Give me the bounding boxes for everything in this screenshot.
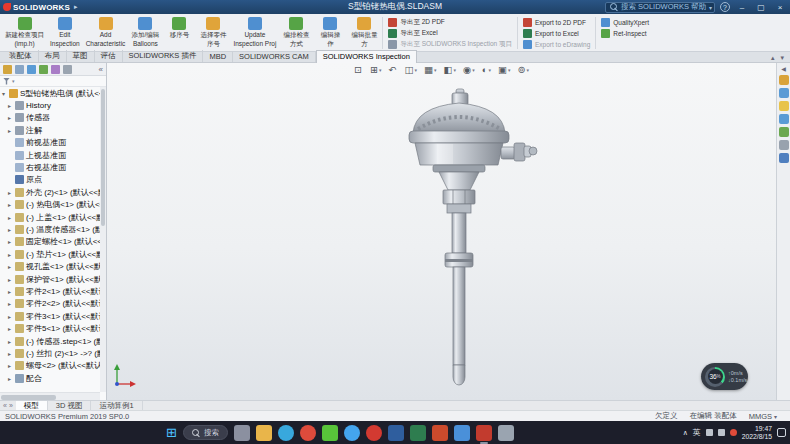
ribbon-menu-item[interactable]: Export to Excel: [523, 28, 590, 38]
close-button[interactable]: ×: [773, 3, 787, 12]
feature-tree-item[interactable]: ▸ 零件2<2> (默认<<默认>_显示状态: [0, 298, 100, 310]
maximize-button[interactable]: ▢: [754, 3, 768, 12]
display-style-icon[interactable]: ◧ ▾: [443, 64, 456, 75]
search-caret-icon[interactable]: ▾: [709, 4, 712, 11]
ribbon-button[interactable]: 添加/编辑 Balloons: [128, 15, 162, 51]
filter-funnel-icon[interactable]: [3, 78, 10, 85]
ribbon-pin-icon[interactable]: ▾: [780, 54, 784, 62]
tree-horizontal-scrollbar[interactable]: [0, 392, 100, 400]
expand-arrow-icon[interactable]: ▸: [8, 276, 15, 283]
network-icon[interactable]: [706, 429, 713, 436]
expand-arrow-icon[interactable]: ▸: [8, 251, 15, 258]
notification-center-icon[interactable]: [777, 428, 786, 437]
zoom-area-icon[interactable]: ⊞ ▾: [370, 64, 381, 75]
clock[interactable]: 19:47 2022/8/15: [742, 425, 772, 440]
taskbar-wechat-icon[interactable]: [322, 425, 338, 441]
zoom-fit-icon[interactable]: ⊡: [354, 64, 363, 75]
help-button[interactable]: ?: [720, 2, 730, 12]
expand-arrow-icon[interactable]: ▸: [8, 102, 15, 109]
feature-tree-item[interactable]: ▸ 传感器: [0, 112, 100, 124]
feature-tree-item[interactable]: ▸ (-) 丝扣 (2)<1> ->? (默认<<默认: [0, 347, 100, 359]
feature-tree-item[interactable]: ▸ 零件3<1> (默认<<默认>_显示状态: [0, 310, 100, 322]
help-search-input[interactable]: 搜索 SOLIDWORKS 帮助 ▾: [605, 2, 715, 13]
expand-arrow-icon[interactable]: ▸: [8, 201, 15, 208]
panel-collapse-icon[interactable]: «: [99, 65, 103, 74]
design-library-icon[interactable]: [779, 88, 789, 98]
dimxpertmanager-tab-icon[interactable]: [39, 65, 48, 74]
tray-chevron-icon[interactable]: ∧: [683, 429, 688, 437]
feature-tree-item[interactable]: ▸ (-) 热电偶<1> (默认<<默认>_显示状: [0, 199, 100, 211]
ribbon-tab[interactable]: 评估: [95, 50, 123, 62]
ribbon-tab[interactable]: 装配体: [3, 50, 39, 62]
ribbon-tab[interactable]: SOLIDWORKS Inspection: [316, 50, 417, 63]
ribbon-button[interactable]: 编辑操 作: [313, 15, 347, 51]
units-selector[interactable]: MMGS▾: [749, 412, 777, 421]
ribbon-tab[interactable]: SOLIDWORKS CAM: [233, 51, 316, 62]
propertymanager-tab-icon[interactable]: [15, 65, 24, 74]
expand-arrow-icon[interactable]: ▸: [8, 313, 15, 320]
feature-tree-item[interactable]: ▸ 视孔盖<1> (默认<<默认>_显示状态: [0, 260, 100, 272]
ribbon-button[interactable]: 编辑批量 方: [347, 15, 381, 51]
feature-tree-item[interactable]: ▸ (-) 上盖<1> (默认<<默认>_显示状态: [0, 211, 100, 223]
ribbon-collapse-icon[interactable]: ▴: [771, 54, 775, 62]
ribbon-menu-item[interactable]: Export to eDrawing: [523, 39, 590, 49]
feature-tree-item[interactable]: ▸ (-) 传感器.step<1> (默认<<默认>: [0, 335, 100, 347]
filter-caret-icon[interactable]: ▾: [12, 78, 15, 84]
section-view-icon[interactable]: ◫ ▾: [404, 64, 417, 75]
speed-monitor-widget[interactable]: 36 % ↑0m/s ↓0.1m/s: [701, 363, 748, 390]
taskbar-edge-icon[interactable]: [278, 425, 294, 441]
ribbon-tab[interactable]: MBD: [203, 51, 233, 62]
expand-arrow-icon[interactable]: ▸: [8, 362, 15, 369]
expand-arrow-icon[interactable]: ▸: [8, 375, 15, 382]
ribbon-button[interactable]: Edit Inspection: [47, 15, 83, 51]
feature-tree-item[interactable]: ▸ 保护管<1> (默认<<默认>_显示状态: [0, 273, 100, 285]
feature-tree-item[interactable]: ▸ (-) 垫片<1> (默认<<默认>_显示状: [0, 248, 100, 260]
ribbon-tab[interactable]: SOLIDWORKS 插件: [123, 50, 204, 62]
feature-tree-item[interactable]: ▸ (-) 温度传感器<1> (默认<<默认>_显: [0, 223, 100, 235]
ribbon-button[interactable]: 编排检查 方式: [279, 15, 313, 51]
feature-tree-item[interactable]: 原点: [0, 174, 100, 186]
feature-tree-item[interactable]: ▸ 零件5<1> (默认<<默认>_显示状态: [0, 322, 100, 334]
expand-arrow-icon[interactable]: ▸: [8, 214, 15, 221]
menu-expand-icon[interactable]: ▸: [74, 3, 78, 11]
graphics-viewport[interactable]: ⊡ ⊞ ▾ ↶: [107, 63, 776, 400]
feature-tree-item[interactable]: ▸ 螺母<2> (默认<<默认>_显示状态: [0, 360, 100, 372]
scrollbar-thumb[interactable]: [101, 89, 105, 226]
cam-tree-tab-icon[interactable]: [63, 65, 72, 74]
tree-vertical-scrollbar[interactable]: [100, 87, 106, 392]
expand-arrow-icon[interactable]: ▸: [8, 114, 15, 121]
ribbon-menu-item[interactable]: 导出至 Excel: [388, 28, 512, 38]
taskbar-search-input[interactable]: 搜索: [183, 425, 228, 440]
document-tab[interactable]: 运动算例1: [91, 401, 142, 410]
feature-tree-item[interactable]: 上视基准面: [0, 149, 100, 161]
ribbon-menu-item[interactable]: QualityXpert: [601, 17, 649, 27]
custom-properties-icon[interactable]: [779, 140, 789, 150]
task-pane-collapse-icon[interactable]: ◀: [781, 65, 786, 72]
ribbon-button[interactable]: 选择零件 序号: [196, 15, 230, 51]
document-tab[interactable]: 3D 视图: [48, 401, 92, 410]
start-button[interactable]: ⊞: [166, 426, 177, 439]
scrollbar-thumb[interactable]: [1, 395, 56, 400]
expand-arrow-icon[interactable]: ▸: [8, 189, 15, 196]
ribbon-menu-item[interactable]: 导出至 SOLIDWORKS Inspection 项目: [388, 39, 512, 49]
taskbar-qq-icon[interactable]: [344, 425, 360, 441]
expand-arrow-icon[interactable]: ▸: [8, 238, 15, 245]
configurationmanager-tab-icon[interactable]: [27, 65, 36, 74]
ribbon-button[interactable]: 移序号: [162, 15, 196, 51]
tab-scroll-right-icon[interactable]: »: [9, 402, 13, 409]
ribbon-tab[interactable]: 布局: [39, 50, 67, 62]
feature-tree-root[interactable]: ▾ S型铂铑热电偶 (默认<<默认>_显示状态-1: [0, 87, 100, 99]
expand-arrow-icon[interactable]: ▸: [8, 338, 15, 345]
featuremanager-tree-tab-icon[interactable]: [3, 65, 12, 74]
solidworks-forum-icon[interactable]: [779, 153, 789, 163]
taskbar-powerpoint-icon[interactable]: [432, 425, 448, 441]
ribbon-menu-item[interactable]: 导出至 2D PDF: [388, 17, 512, 27]
edit-appearance-icon[interactable]: ◐ ▾: [482, 64, 491, 75]
feature-tree-item[interactable]: ▸ 注解: [0, 124, 100, 136]
taskbar-file-explorer-icon[interactable]: [256, 425, 272, 441]
view-orientation-icon[interactable]: ▦ ▾: [424, 64, 437, 75]
taskbar-solidworks-icon[interactable]: [476, 425, 492, 441]
thermocouple-3d-model[interactable]: [319, 81, 599, 400]
expand-arrow-icon[interactable]: ▸: [8, 127, 15, 134]
feature-tree-item[interactable]: ▸ History: [0, 99, 100, 111]
